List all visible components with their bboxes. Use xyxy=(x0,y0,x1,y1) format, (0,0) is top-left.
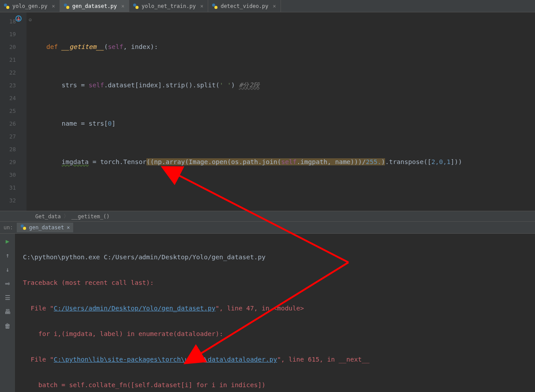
close-icon[interactable]: × xyxy=(52,3,55,9)
tab-detect-video[interactable]: detect_video.py × xyxy=(208,0,281,12)
tab-label: yolo_gen.py xyxy=(12,3,47,9)
svg-point-1 xyxy=(6,6,9,9)
python-icon xyxy=(212,3,218,9)
svg-point-10 xyxy=(23,227,26,230)
svg-point-3 xyxy=(66,6,69,9)
svg-point-5 xyxy=(135,6,138,9)
comment: #分2段 xyxy=(239,82,259,89)
run-config-name: gen_dataset xyxy=(29,224,64,231)
svg-point-0 xyxy=(4,3,7,6)
console-output[interactable]: C:\python\python.exe C:/Users/admin/Desk… xyxy=(15,234,535,392)
breadcrumb[interactable]: Get_data 〉 __getitem_() xyxy=(0,211,535,221)
console-line: File "C:/Users/admin/Desktop/Yolo/gen_da… xyxy=(23,302,535,315)
stepover-icon[interactable]: ⥤ xyxy=(3,279,12,288)
run-toolbar: un: gen_dataset × xyxy=(0,221,535,234)
python-icon xyxy=(133,3,139,9)
close-icon[interactable]: × xyxy=(273,3,276,9)
close-icon[interactable]: × xyxy=(67,224,70,231)
close-icon[interactable]: × xyxy=(200,3,203,9)
python-icon xyxy=(4,3,10,9)
file-link[interactable]: C:/Users/admin/Desktop/Yolo/gen_dataset.… xyxy=(54,305,216,312)
console-line: for i,(imgdata, label) in enumerate(data… xyxy=(23,328,535,340)
override-icon xyxy=(15,15,24,24)
chevron-right-icon: 〉 xyxy=(64,213,69,220)
tab-label: yolo_net_train.py xyxy=(142,3,196,9)
print-icon[interactable]: 🖶 xyxy=(3,307,12,317)
tab-gen-dataset[interactable]: gen_dataset.py × xyxy=(60,0,129,12)
svg-point-9 xyxy=(21,224,24,227)
svg-point-4 xyxy=(133,3,136,6)
tab-label: gen_dataset.py xyxy=(72,3,117,9)
console-line: File "C:\python\lib\site-packages\torch\… xyxy=(23,353,535,366)
rerun-icon[interactable]: ▶ xyxy=(3,236,12,246)
console-line: C:\python\python.exe C:/Users/admin/Desk… xyxy=(23,251,535,264)
run-label: un: xyxy=(0,224,17,231)
svg-point-6 xyxy=(212,3,215,6)
run-config-tab[interactable]: gen_dataset × xyxy=(17,223,74,232)
python-icon xyxy=(64,3,70,9)
svg-point-7 xyxy=(214,6,217,9)
breadcrumb-class[interactable]: Get_data xyxy=(35,213,61,220)
editor-tabs: yolo_gen.py × gen_dataset.py × yolo_net_… xyxy=(0,0,535,12)
trash-icon[interactable]: 🗑 xyxy=(3,321,12,331)
python-icon xyxy=(20,224,26,231)
keyword: def xyxy=(46,43,58,50)
func-name: __getitem__ xyxy=(62,43,104,50)
up-icon[interactable]: ↑ xyxy=(3,250,12,260)
console-panel: ▶ ↑ ↓ ⥤ ☰ 🖶 🗑 C:\python\python.exe C:/Us… xyxy=(0,234,535,392)
console-line: Traceback (most recent call last): xyxy=(23,276,535,289)
file-link[interactable]: C:\python\lib\site-packages\torch\utils\… xyxy=(54,356,277,363)
line-gutter: 181920212223242526272829303132 xyxy=(0,12,26,211)
tab-yolo-gen[interactable]: yolo_gen.py × xyxy=(0,0,60,12)
layout-icon[interactable]: ☰ xyxy=(3,293,12,302)
tab-label: detect_video.py xyxy=(221,3,268,9)
tab-yolo-net-train[interactable]: yolo_net_train.py × xyxy=(129,0,208,12)
code-body[interactable]: def __getitem__(self, index): strs = sel… xyxy=(26,12,535,211)
console-line: batch = self.collate_fn([self.dataset[i]… xyxy=(23,379,535,392)
editor[interactable]: 181920212223242526272829303132 ⊖ def __g… xyxy=(0,12,535,211)
console-toolbar: ▶ ↑ ↓ ⥤ ☰ 🖶 🗑 xyxy=(0,234,15,392)
svg-point-2 xyxy=(64,3,67,6)
close-icon[interactable]: × xyxy=(121,3,124,9)
down-icon[interactable]: ↓ xyxy=(3,265,12,274)
breadcrumb-method[interactable]: __getitem_() xyxy=(71,213,110,220)
